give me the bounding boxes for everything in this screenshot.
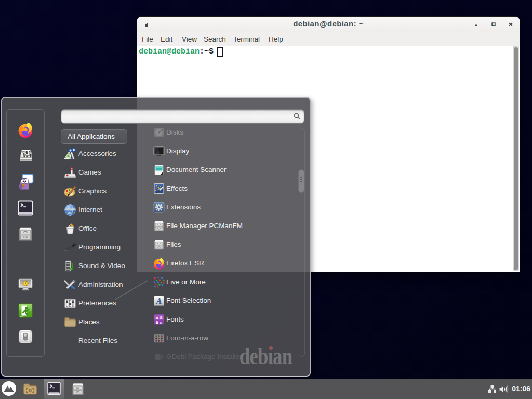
svg-text:A: A: [156, 297, 162, 305]
svg-text:a: a: [160, 320, 163, 325]
